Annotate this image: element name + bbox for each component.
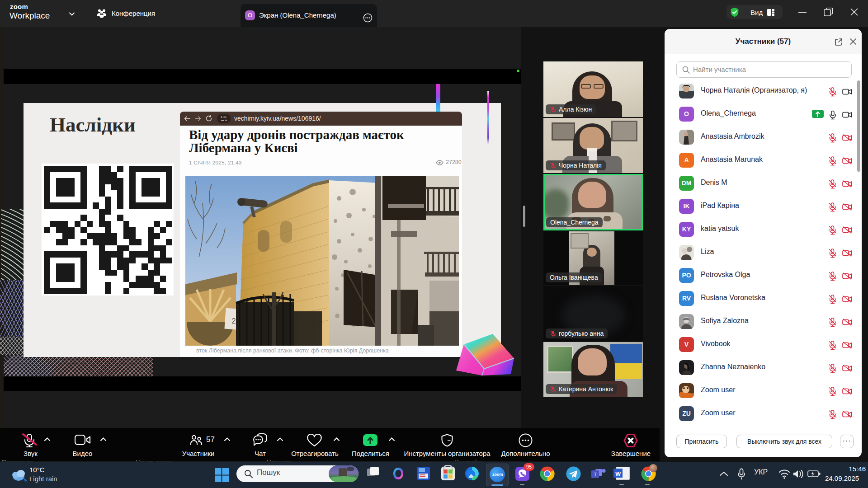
- svg-text:T: T: [594, 472, 597, 477]
- svg-text:2: 2: [232, 317, 236, 325]
